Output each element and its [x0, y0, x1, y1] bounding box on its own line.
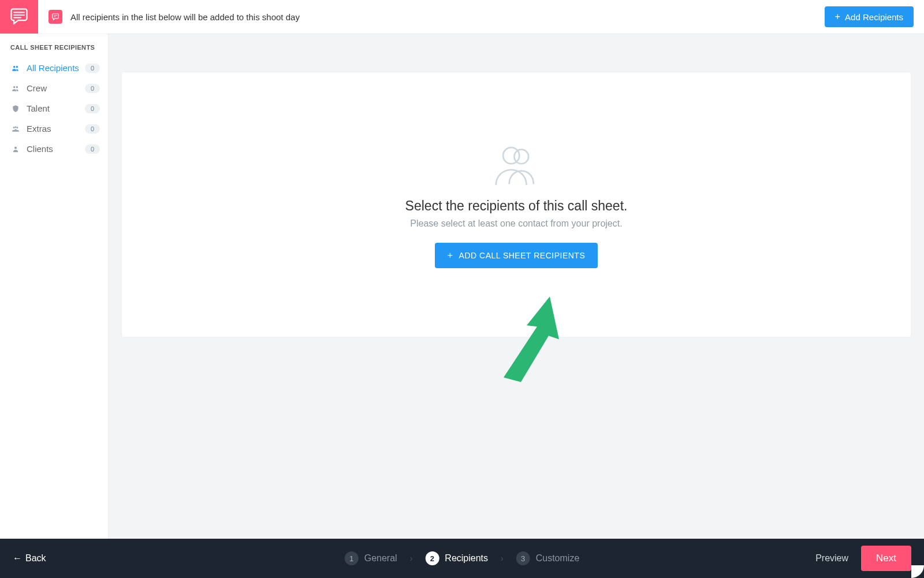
sidebar-item-count: 0 — [85, 144, 100, 154]
step-recipients[interactable]: 2 Recipients — [425, 551, 488, 565]
plus-icon: + — [835, 12, 840, 21]
wizard-steps: 1 General › 2 Recipients › 3 Customize — [345, 551, 580, 565]
sidebar-item-label: Crew — [27, 83, 85, 93]
add-recipients-button[interactable]: + Add Recipients — [825, 6, 914, 27]
plus-icon: + — [448, 251, 453, 260]
people-icon — [10, 84, 21, 92]
person-icon — [10, 145, 21, 153]
step-number: 2 — [425, 551, 439, 565]
next-button[interactable]: Next — [861, 546, 911, 571]
add-call-sheet-recipients-label: ADD CALL SHEET RECIPIENTS — [459, 251, 586, 260]
sidebar-item-label: Talent — [27, 103, 85, 113]
call-sheet-icon — [49, 10, 62, 24]
people-placeholder-icon — [491, 142, 542, 188]
sidebar-item-count: 0 — [85, 64, 100, 73]
add-call-sheet-recipients-button[interactable]: + ADD CALL SHEET RECIPIENTS — [435, 243, 598, 268]
footer: ← Back 1 General › 2 Recipients › 3 Cust… — [0, 539, 924, 578]
step-number: 3 — [516, 551, 530, 565]
step-number: 1 — [345, 551, 359, 565]
preview-button[interactable]: Preview — [815, 553, 848, 564]
main-content: Select the recipients of this call sheet… — [109, 34, 924, 539]
step-general[interactable]: 1 General — [345, 551, 397, 565]
sidebar-item-crew[interactable]: Crew 0 — [0, 78, 108, 98]
empty-subtext: Please select at least one contact from … — [410, 218, 622, 229]
shield-icon — [10, 105, 21, 113]
sidebar-item-extras[interactable]: Extras 0 — [0, 118, 108, 139]
back-button[interactable]: ← Back — [13, 553, 46, 564]
sidebar-item-label: All Recipients — [27, 63, 85, 73]
sidebar-item-all-recipients[interactable]: All Recipients 0 — [0, 58, 108, 78]
svg-point-5 — [503, 147, 519, 164]
empty-heading: Select the recipients of this call sheet… — [405, 198, 628, 214]
empty-state-card: Select the recipients of this call sheet… — [121, 72, 911, 338]
svg-point-1 — [15, 126, 17, 128]
group-icon — [10, 125, 21, 133]
add-recipients-label: Add Recipients — [845, 12, 903, 22]
step-customize[interactable]: 3 Customize — [516, 551, 580, 565]
chevron-right-icon: › — [410, 554, 413, 563]
arrow-left-icon: ← — [13, 553, 22, 564]
svg-point-0 — [13, 127, 15, 128]
step-label: Customize — [536, 553, 580, 564]
topbar-info-text: All recipients in the list below will be… — [70, 12, 300, 22]
step-label: General — [364, 553, 397, 564]
svg-point-3 — [14, 146, 17, 149]
topbar: All recipients in the list below will be… — [0, 0, 924, 34]
sidebar-item-count: 0 — [85, 124, 100, 134]
sidebar-item-count: 0 — [85, 84, 100, 93]
back-label: Back — [25, 553, 46, 564]
sidebar-item-count: 0 — [85, 104, 100, 113]
svg-point-2 — [16, 127, 18, 128]
sidebar-item-label: Clients — [27, 144, 85, 154]
sidebar: CALL SHEET RECIPIENTS All Recipients 0 C… — [0, 34, 109, 539]
chevron-right-icon: › — [501, 554, 504, 563]
sidebar-item-clients[interactable]: Clients 0 — [0, 139, 108, 159]
step-label: Recipients — [445, 553, 488, 564]
sidebar-item-talent[interactable]: Talent 0 — [0, 98, 108, 118]
app-logo[interactable] — [0, 0, 38, 34]
sidebar-title: CALL SHEET RECIPIENTS — [0, 34, 108, 58]
people-icon — [10, 64, 21, 72]
sidebar-item-label: Extras — [27, 124, 85, 134]
